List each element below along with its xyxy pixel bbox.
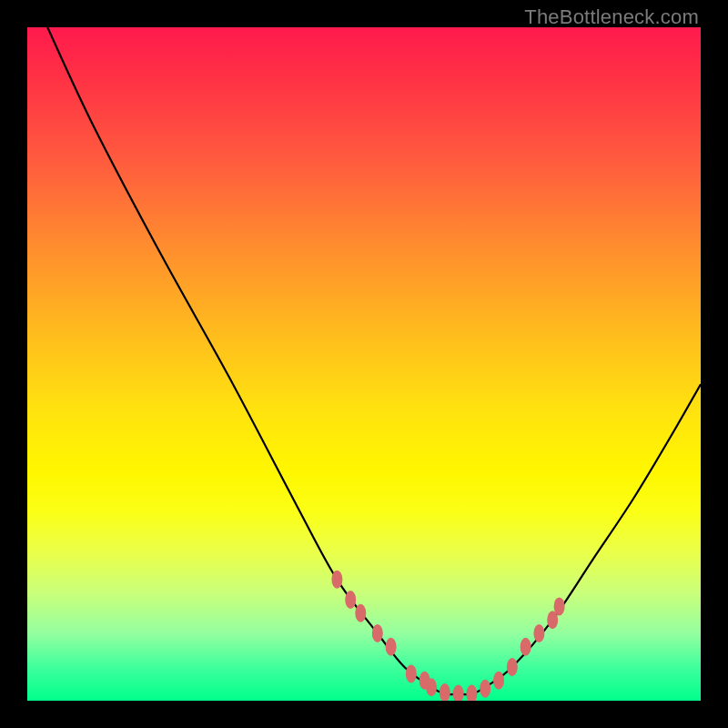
curve-dot	[554, 597, 565, 615]
curve-dot	[493, 672, 504, 690]
curve-dot	[386, 638, 397, 656]
curve-dot	[372, 624, 383, 642]
curve-dot	[480, 680, 490, 698]
curve-dot	[507, 658, 518, 676]
curve-dot	[533, 624, 544, 642]
curve-dot	[426, 678, 437, 696]
curve-dot	[406, 664, 417, 682]
curve-dot	[466, 685, 477, 701]
curve-dots	[331, 571, 564, 701]
curve-dot	[355, 604, 366, 622]
plot-area	[27, 27, 701, 701]
watermark-text: TheBottleneck.com	[524, 5, 699, 29]
chart-container: TheBottleneck.com	[0, 0, 728, 728]
curve-dot	[521, 638, 531, 656]
curve-dot	[453, 685, 464, 701]
curve-svg	[27, 27, 701, 701]
curve-dot	[440, 683, 450, 701]
bottleneck-curve	[47, 27, 701, 694]
curve-dot	[345, 591, 356, 609]
curve-dot	[331, 571, 342, 589]
